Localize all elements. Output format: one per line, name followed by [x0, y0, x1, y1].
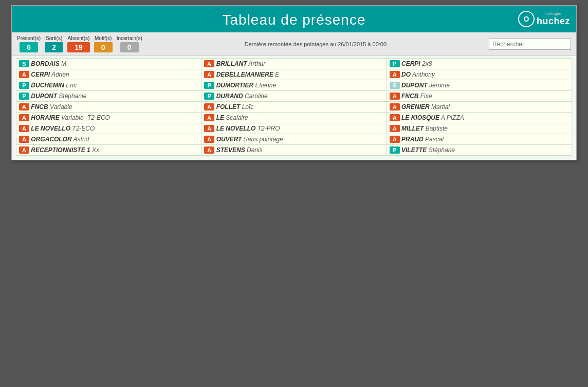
- status-badge: P: [204, 93, 214, 100]
- status-badge: A: [204, 71, 214, 78]
- entry-detail: E: [273, 71, 279, 78]
- table-cell: A BRILLANT Arthur: [201, 59, 387, 69]
- table-row[interactable]: A FNCB VariableA FOLLET LoïcA GRENIER Ma…: [16, 102, 572, 113]
- stat-incertain: Incertain(s) 0: [117, 35, 142, 52]
- status-badge: A: [390, 71, 400, 78]
- entry-detail: Sans pointage: [242, 136, 283, 143]
- entry-detail: Anthony: [411, 71, 435, 78]
- stat-present-value: 6: [20, 42, 38, 52]
- stat-absent-value: 19: [67, 42, 90, 52]
- table-cell: P DUMORTIER Etienne: [201, 80, 387, 91]
- entry-detail: Scalaire: [224, 114, 248, 121]
- entry-name: VILETTE: [400, 146, 427, 154]
- stat-absent-label: Absent(s): [68, 35, 90, 41]
- table-cell: S DUPONT Jérome: [387, 80, 572, 91]
- status-badge: A: [204, 146, 214, 154]
- entry-name: HORAIRE: [29, 114, 60, 121]
- stat-incertain-label: Incertain(s): [117, 35, 142, 41]
- table-cell: A LE NOVELLO T2-PRO: [201, 123, 387, 134]
- header: Tableau de présence O horloges huchez: [12, 6, 576, 32]
- status-badge: A: [204, 136, 214, 143]
- entry-name: FNCB: [29, 103, 48, 110]
- table-cell: P DUPONT Stéphanie: [16, 91, 201, 102]
- table-row[interactable]: P DUPONT StéphanieP DURAND CarolineA FNC…: [16, 91, 572, 102]
- stat-motif-value: 0: [94, 42, 113, 52]
- brand-name: huchez: [537, 16, 570, 27]
- entry-detail: Denis: [245, 146, 263, 154]
- table-cell: A CERPI Adrien: [16, 69, 201, 80]
- entry-name: MILLET: [400, 125, 424, 132]
- status-badge: P: [390, 146, 400, 154]
- table-row[interactable]: A RECEPTIONNISTE 1 XxA STEVENS DenisP VI…: [16, 145, 572, 156]
- table-cell: A LE NOVELLO T2-ECO: [16, 123, 201, 134]
- table-row[interactable]: P DUCHEMIN EricP DUMORTIER EtienneS DUPO…: [16, 80, 572, 91]
- status-badge: A: [204, 125, 214, 132]
- table-cell: A DEBELLEMANIERE E: [201, 69, 387, 80]
- entry-name: FOLLET: [214, 103, 240, 110]
- entry-name: FNCB: [400, 93, 419, 100]
- entry-name: CERPI: [400, 60, 420, 67]
- entry-name: LE NOVELLO: [29, 125, 70, 132]
- status-badge: S: [390, 82, 400, 89]
- brand-icon: O: [518, 11, 535, 27]
- table-cell: A OUVERT Sans pointage: [201, 134, 387, 145]
- status-badge: A: [204, 114, 214, 121]
- table-row[interactable]: A ORGACOLOR AstridA OUVERT Sans pointage…: [16, 134, 572, 145]
- search-input[interactable]: [489, 39, 571, 50]
- table-cell: P VILETTE Stéphane: [387, 145, 572, 156]
- toolbar: Présent(s) 6 Sorti(s) 2 Absent(s) 19 Mot…: [12, 32, 576, 56]
- entry-detail: Adrien: [50, 71, 69, 78]
- status-badge: P: [19, 82, 29, 89]
- table-cell: S BORDAIS M.: [16, 59, 201, 69]
- table-cell: A FNCB Variable: [16, 102, 201, 113]
- entry-name: PRAUD: [400, 136, 424, 143]
- table-row[interactable]: S BORDAIS M.A BRILLANT ArthurP CERPI 2x8: [16, 59, 572, 69]
- table-cell: A LE KIOSQUE A PIZZA: [387, 113, 572, 123]
- entry-detail: Variable -T2-ECO: [60, 114, 110, 121]
- entry-name: STEVENS: [214, 146, 245, 154]
- stat-absent: Absent(s) 19: [67, 35, 90, 52]
- entry-name: BORDAIS: [29, 60, 60, 67]
- status-badge: P: [204, 82, 214, 89]
- table-cell: A RECEPTIONNISTE 1 Xx: [16, 145, 201, 156]
- status-badge: A: [390, 114, 400, 121]
- entry-name: GRENIER: [400, 103, 430, 110]
- table-cell: A FNCB Fixe: [387, 91, 572, 102]
- entry-detail: Arthur: [247, 60, 266, 67]
- status-badge: S: [19, 60, 29, 67]
- entry-detail: Pascal: [424, 136, 444, 143]
- table-cell: A MILLET Baptiste: [387, 123, 572, 134]
- stat-motif-label: Motif(s): [95, 35, 112, 41]
- table-cell: P DUCHEMIN Eric: [16, 80, 201, 91]
- entry-detail: T2-PRO: [255, 125, 280, 132]
- table-cell: A LE Scalaire: [201, 113, 387, 123]
- entry-name: DUMORTIER: [214, 82, 253, 89]
- table-cell: P DURAND Caroline: [201, 91, 387, 102]
- stat-sorti-label: Sorti(s): [46, 35, 62, 41]
- table-row[interactable]: A LE NOVELLO T2-ECOA LE NOVELLO T2-PROA …: [16, 123, 572, 134]
- stat-present-label: Présent(s): [17, 35, 41, 41]
- entry-detail: Baptiste: [424, 125, 448, 132]
- table-cell: A PRAUD Pascal: [387, 134, 572, 145]
- table-row[interactable]: A CERPI AdrienA DEBELLEMANIERE EA DO Ant…: [16, 69, 572, 80]
- table-cell: A ORGACOLOR Astrid: [16, 134, 201, 145]
- last-update: Dernière remontée des pointages au 26/01…: [146, 41, 485, 47]
- status-badge: A: [19, 71, 29, 78]
- app-container: Tableau de présence O horloges huchez Pr…: [11, 5, 577, 160]
- entry-detail: Stéphanie: [57, 93, 86, 100]
- entry-name: RECEPTIONNISTE 1: [29, 146, 90, 154]
- entry-detail: Variable: [48, 103, 72, 110]
- status-badge: P: [19, 93, 29, 100]
- entry-detail: Eric: [64, 82, 77, 89]
- table-row[interactable]: A HORAIRE Variable -T2-ECOA LE ScalaireA…: [16, 113, 572, 123]
- table-cell: A GRENIER Martial: [387, 102, 572, 113]
- stat-sorti-value: 2: [45, 42, 63, 52]
- table-cell: P CERPI 2x8: [387, 59, 572, 69]
- entry-name: OUVERT: [214, 136, 242, 143]
- entry-detail: Xx: [90, 146, 99, 154]
- status-badge: A: [19, 136, 29, 143]
- stat-sorti: Sorti(s) 2: [45, 35, 63, 52]
- status-badge: A: [390, 136, 400, 143]
- stat-incertain-value: 0: [120, 42, 139, 52]
- entry-name: LE KIOSQUE: [400, 114, 439, 121]
